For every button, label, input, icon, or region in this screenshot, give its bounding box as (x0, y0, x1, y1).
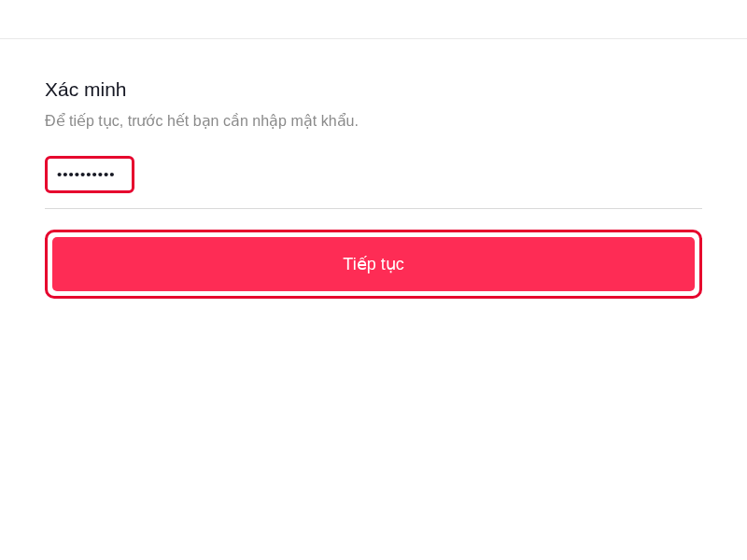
input-underline (45, 208, 702, 209)
password-highlight-box (45, 156, 134, 193)
continue-highlight-box: Tiếp tục (45, 230, 702, 299)
password-row (45, 156, 702, 193)
page-title: Xác minh (45, 78, 702, 101)
continue-button[interactable]: Tiếp tục (52, 237, 695, 291)
password-input[interactable] (57, 166, 122, 182)
top-bar (0, 0, 747, 39)
page-subtitle: Để tiếp tục, trước hết bạn cần nhập mật … (45, 112, 702, 130)
verify-content: Xác minh Để tiếp tục, trước hết bạn cần … (0, 39, 747, 299)
